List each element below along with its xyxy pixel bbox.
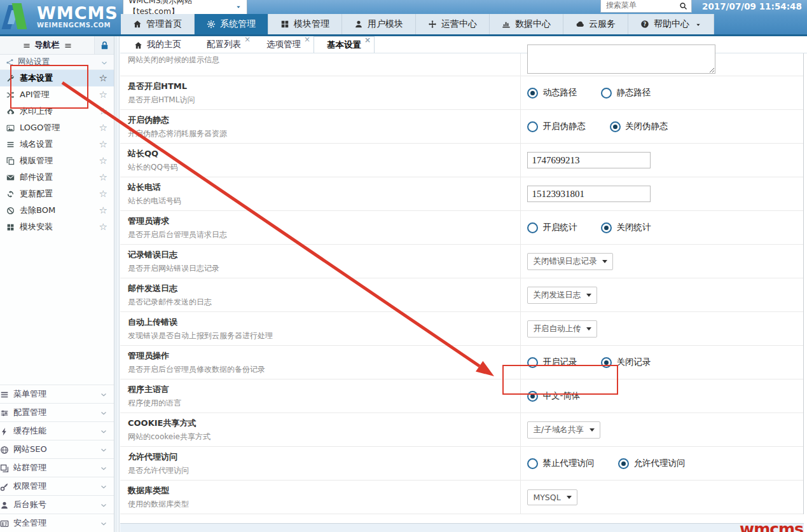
setting-desc: 发现错误是否自动上报到云服务器进行处理 bbox=[128, 331, 513, 341]
radio-option[interactable]: 静态路径 bbox=[601, 87, 651, 99]
hamburger-icon bbox=[64, 41, 72, 50]
search-icon[interactable] bbox=[679, 1, 687, 10]
sidebar-group-site-settings[interactable]: 网站设置 bbox=[0, 55, 114, 70]
chevron-down-icon bbox=[100, 445, 107, 454]
sidebar-group-sitegroup[interactable]: 站群管理 bbox=[0, 458, 114, 477]
tab-options[interactable]: 选项管理× bbox=[254, 36, 314, 53]
radio-icon bbox=[601, 88, 612, 99]
nav-item-user[interactable]: 用户模块 bbox=[342, 14, 416, 34]
phone-input[interactable] bbox=[527, 186, 651, 202]
settings-row-admin-op: 管理员操作是否开启后台管理员修改数据的备份记录开启记录关闭记录 bbox=[120, 346, 803, 379]
star-icon[interactable]: ☆ bbox=[99, 189, 107, 199]
key-icon bbox=[0, 481, 9, 491]
setting-label: COOKIE共享方式 bbox=[128, 418, 513, 429]
list-icon bbox=[0, 389, 9, 399]
mail-log-select[interactable]: 关闭发送日志 bbox=[527, 287, 597, 304]
radio-icon bbox=[527, 222, 538, 233]
sidebar-item-module-install[interactable]: 模块安装☆ bbox=[0, 219, 114, 235]
radio-option[interactable]: 动态路径 bbox=[527, 87, 577, 99]
nav-item-system[interactable]: 系统管理 bbox=[195, 14, 268, 34]
sidebar-item-logo[interactable]: LOGO管理☆ bbox=[0, 119, 114, 136]
search-input[interactable] bbox=[605, 0, 679, 10]
star-icon[interactable]: ☆ bbox=[99, 123, 107, 133]
sidebar-item-api[interactable]: API管理☆ bbox=[0, 86, 114, 103]
setting-desc: 是否允许代理访问 bbox=[128, 465, 513, 476]
sidebar-group-seo[interactable]: 网站SEO bbox=[0, 440, 114, 458]
star-icon[interactable]: ☆ bbox=[99, 156, 107, 166]
setting-desc: 程序使用的语言 bbox=[128, 398, 513, 409]
radio-option[interactable]: 关闭伪静态 bbox=[610, 121, 668, 132]
star-icon[interactable]: ☆ bbox=[99, 222, 107, 232]
stack-icon bbox=[0, 463, 9, 473]
qq-input[interactable] bbox=[527, 152, 651, 168]
radio-option[interactable]: 中文-简体 bbox=[527, 390, 580, 402]
sidebar-title[interactable]: 导航栏 bbox=[0, 36, 94, 54]
close-icon[interactable]: × bbox=[364, 36, 371, 44]
sidebar-group-cache[interactable]: 缓存性能 bbox=[0, 421, 114, 440]
star-icon[interactable]: ☆ bbox=[99, 107, 107, 116]
sidebar-group-account[interactable]: 后台账号 bbox=[0, 495, 114, 514]
grid-icon bbox=[280, 20, 289, 29]
sidebar-item-watermark[interactable]: 水印上传☆ bbox=[0, 103, 114, 119]
site-close-message-textarea[interactable] bbox=[527, 44, 715, 74]
sidebar-item-mail[interactable]: 邮件设置☆ bbox=[0, 169, 114, 186]
error-log-select[interactable]: 关闭错误日志记录 bbox=[527, 253, 613, 270]
radio-option[interactable]: 关闭记录 bbox=[601, 357, 651, 368]
sidebar-lock-button[interactable] bbox=[94, 36, 114, 54]
sidebar-group-menu[interactable]: 菜单管理 bbox=[0, 385, 114, 403]
setting-label: 站长QQ bbox=[128, 148, 513, 160]
nav-item-help[interactable]: ?帮助中心 bbox=[628, 14, 714, 34]
star-icon[interactable]: ☆ bbox=[99, 74, 107, 83]
radio-option[interactable]: 关闭统计 bbox=[601, 222, 651, 233]
settings-row-database: 数据库类型使用的数据库类型MYSQL bbox=[120, 481, 803, 514]
radio-option[interactable]: 禁止代理访问 bbox=[527, 458, 594, 469]
setting-desc: 开启伪静态将消耗服务器资源 bbox=[128, 128, 513, 139]
radio-option[interactable]: 允许代理访问 bbox=[618, 458, 685, 469]
auto-upload-select[interactable]: 开启自动上传 bbox=[527, 320, 597, 338]
radio-option[interactable]: 开启记录 bbox=[527, 357, 577, 368]
nav-item-operations[interactable]: 运营中心 bbox=[416, 14, 490, 34]
cookie-select[interactable]: 主/子域名共享 bbox=[527, 421, 600, 439]
nav-item-data[interactable]: 数据中心 bbox=[490, 14, 563, 34]
nav-item-cloud[interactable]: 云服务 bbox=[563, 14, 628, 34]
radio-option[interactable]: 开启伪静态 bbox=[527, 121, 586, 132]
sidebar-group-security[interactable]: 安全管理 bbox=[0, 514, 114, 532]
star-icon[interactable]: ☆ bbox=[99, 173, 107, 182]
sidebar-group-config[interactable]: 配置管理 bbox=[0, 403, 114, 421]
idcard-icon bbox=[0, 518, 9, 528]
radio-icon bbox=[527, 88, 538, 99]
star-icon[interactable]: ☆ bbox=[99, 140, 107, 149]
tab-config-list[interactable]: 配置列表× bbox=[194, 36, 254, 53]
copy-icon bbox=[6, 157, 15, 165]
user-icon bbox=[0, 500, 9, 510]
tab-my-home[interactable]: 我的主页 bbox=[121, 36, 194, 53]
app-logo[interactable]: WMCMS WEIMENGCMS.COM bbox=[4, 3, 118, 31]
sidebar-item-domain[interactable]: 域名设置☆ bbox=[0, 136, 114, 153]
sidebar-item-bom[interactable]: 去除BOM☆ bbox=[0, 202, 114, 219]
setting-desc: 是否记录邮件发送的日志 bbox=[128, 297, 513, 308]
settings-row-mail-log: 邮件发送日志是否记录邮件发送的日志关闭发送日志 bbox=[120, 278, 803, 312]
settings-row-error-log: 记录错误日志是否开启网站错误日志记录关闭错误日志记录 bbox=[120, 245, 803, 278]
list-icon bbox=[6, 140, 15, 149]
sliders-icon bbox=[0, 407, 9, 418]
datetime: 2017/07/09 11:54:48 bbox=[702, 1, 802, 11]
sidebar-item-update[interactable]: 更新配置☆ bbox=[0, 186, 114, 202]
close-icon[interactable]: × bbox=[304, 36, 310, 43]
radio-icon bbox=[610, 121, 621, 132]
setting-desc: 站长的电话号码 bbox=[128, 196, 513, 207]
chevron-down-icon bbox=[100, 500, 107, 510]
sidebar-group-permission[interactable]: 权限管理 bbox=[0, 477, 114, 495]
tab-basic-settings[interactable]: 基本设置× bbox=[314, 36, 375, 53]
close-icon[interactable]: × bbox=[244, 36, 251, 43]
setting-label: 程序主语言 bbox=[128, 384, 513, 395]
setting-label: 允许代理访问 bbox=[128, 451, 513, 463]
radio-option[interactable]: 开启统计 bbox=[527, 222, 577, 233]
star-icon[interactable]: ☆ bbox=[99, 90, 107, 100]
nav-item-modules[interactable]: 模块管理 bbox=[268, 14, 342, 34]
sidebar-item-basic-settings[interactable]: 基本设置☆ bbox=[0, 70, 114, 86]
database-select[interactable]: MYSQL bbox=[527, 489, 577, 505]
star-icon[interactable]: ☆ bbox=[99, 206, 107, 215]
site-selector[interactable]: WMCMS演示网站【test.com】 bbox=[123, 0, 247, 15]
sidebar-item-template[interactable]: 模版管理☆ bbox=[0, 153, 114, 169]
nav-item-home[interactable]: 管理首页 bbox=[121, 14, 195, 34]
